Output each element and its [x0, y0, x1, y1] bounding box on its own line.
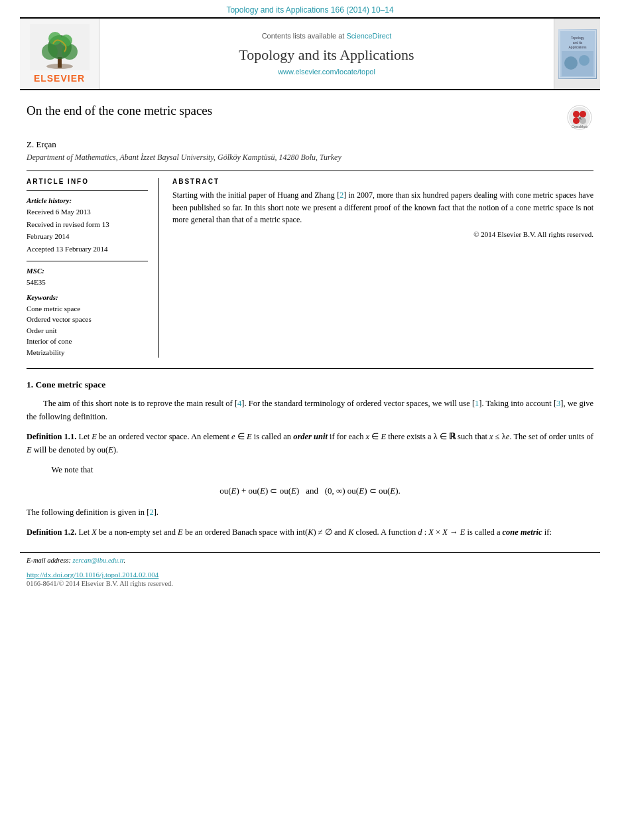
following-def-text: The following definition is given in [2]… — [27, 506, 593, 519]
section-1-para-1: The aim of this short note is to reprove… — [27, 397, 593, 423]
crossmark-badge[interactable]: ✕ CrossMark — [566, 104, 593, 131]
received-1: Received 6 May 2013 — [27, 206, 148, 218]
email-footnote: E-mail address: zercan@ibu.edu.tr. — [27, 553, 593, 568]
elsevier-logo-area: ELSEVIER — [20, 19, 99, 89]
svg-text:CrossMark: CrossMark — [572, 125, 588, 129]
abstract-column: ABSTRACT Starting with the initial paper… — [172, 178, 593, 358]
elsevier-tree-icon — [30, 24, 90, 70]
sciencedirect-link[interactable]: ScienceDirect — [346, 32, 391, 40]
ref-2-link[interactable]: 2 — [340, 190, 343, 200]
section-1-heading: 1. Cone metric space — [27, 380, 593, 390]
definition-2-block: Definition 1.2. Let X be a non-empty set… — [27, 525, 593, 539]
journal-header: ELSEVIER Contents lists available at Sci… — [20, 17, 600, 90]
email-label: E-mail address: — [27, 557, 71, 564]
received-revised: Received in revised form 13 — [27, 219, 148, 230]
msc-title: MSC: — [27, 267, 148, 275]
journal-url[interactable]: www.elsevier.com/locate/topol — [278, 68, 375, 76]
contents-available-text: Contents lists available at ScienceDirec… — [262, 32, 392, 40]
journal-header-center: Contents lists available at ScienceDirec… — [99, 19, 554, 89]
msc-divider — [27, 261, 148, 261]
main-content-area: On the end of the cone metric spaces ✕ C… — [20, 90, 600, 358]
note-intro: We note that — [52, 463, 594, 476]
journal-title: Topology and its Applications — [239, 46, 414, 64]
ref-3-link[interactable]: 3 — [556, 399, 560, 408]
ref-1-link[interactable]: 1 — [475, 399, 479, 408]
svg-point-6 — [48, 32, 62, 45]
svg-point-5 — [62, 44, 78, 60]
svg-point-4 — [42, 44, 58, 60]
svg-point-2 — [46, 64, 73, 69]
svg-text:and its: and its — [572, 40, 582, 44]
info-divider — [27, 190, 148, 191]
history-title: Article history: — [27, 196, 148, 204]
article-info-section: ARTICLE INFO Article history: Received 6… — [27, 178, 593, 358]
keyword-5: Metrizability — [27, 347, 148, 358]
keyword-1: Cone metric space — [27, 303, 148, 315]
keywords-title: Keywords: — [27, 293, 148, 301]
section-divider — [27, 368, 593, 369]
author-affiliation: Department of Mathematics, Abant İzzet B… — [27, 153, 593, 163]
and-text: and — [306, 486, 318, 496]
article-title-text: On the end of the cone metric spaces — [27, 104, 212, 118]
revised-date: February 2014 — [27, 231, 148, 242]
footer-area: E-mail address: zercan@ibu.edu.tr. http:… — [20, 552, 600, 587]
journal-thumbnail: Topology and its Applications — [554, 19, 600, 89]
journal-cover-thumb: Topology and its Applications — [558, 29, 597, 79]
svg-text:✕: ✕ — [578, 115, 582, 121]
footer-copyright: 0166-8641/© 2014 Elsevier B.V. All right… — [27, 580, 593, 587]
definition-2-title: Definition 1.2. — [27, 527, 76, 537]
journal-ref-text: Topology and its Applications 166 (2014)… — [226, 5, 393, 15]
svg-text:Topology: Topology — [570, 36, 584, 40]
doi-link[interactable]: http://dx.doi.org/10.1016/j.topol.2014.0… — [27, 571, 593, 579]
svg-point-15 — [579, 55, 589, 66]
msc-code: 54E35 — [27, 277, 148, 288]
ref-4-link[interactable]: 4 — [237, 399, 241, 408]
keyword-2: Ordered vector spaces — [27, 314, 148, 325]
email-address[interactable]: zercan@ibu.edu.tr — [73, 557, 124, 564]
accepted-date: Accepted 13 February 2014 — [27, 244, 148, 255]
svg-point-14 — [564, 56, 578, 70]
abstract-title: ABSTRACT — [172, 178, 593, 185]
definition-1-title: Definition 1.1. — [27, 432, 76, 441]
elsevier-wordmark: ELSEVIER — [34, 73, 85, 84]
abstract-copyright: © 2014 Elsevier B.V. All rights reserved… — [172, 230, 593, 238]
article-title-row: On the end of the cone metric spaces ✕ C… — [27, 104, 593, 131]
divider-after-affiliation — [27, 171, 593, 171]
abstract-text: Starting with the initial paper of Huang… — [172, 189, 593, 226]
svg-point-7 — [60, 35, 72, 46]
keyword-4: Interior of cone — [27, 336, 148, 347]
author-name: Z. Erçan — [27, 139, 593, 150]
top-journal-reference: Topology and its Applications 166 (2014)… — [0, 0, 620, 17]
svg-text:Applications: Applications — [568, 45, 586, 49]
math-display-1: ou(E) + ou(E) ⊂ ou(E) and (0, ∞) ou(E) ⊂… — [27, 486, 593, 496]
article-info-left: ARTICLE INFO Article history: Received 6… — [27, 178, 159, 358]
keyword-3: Order unit — [27, 325, 148, 336]
article-info-title: ARTICLE INFO — [27, 178, 148, 185]
article-body: 1. Cone metric space The aim of this sho… — [20, 368, 600, 539]
definition-1-block: Definition 1.1. Let E be an ordered vect… — [27, 430, 593, 456]
ref-2b-link[interactable]: 2 — [149, 508, 153, 517]
